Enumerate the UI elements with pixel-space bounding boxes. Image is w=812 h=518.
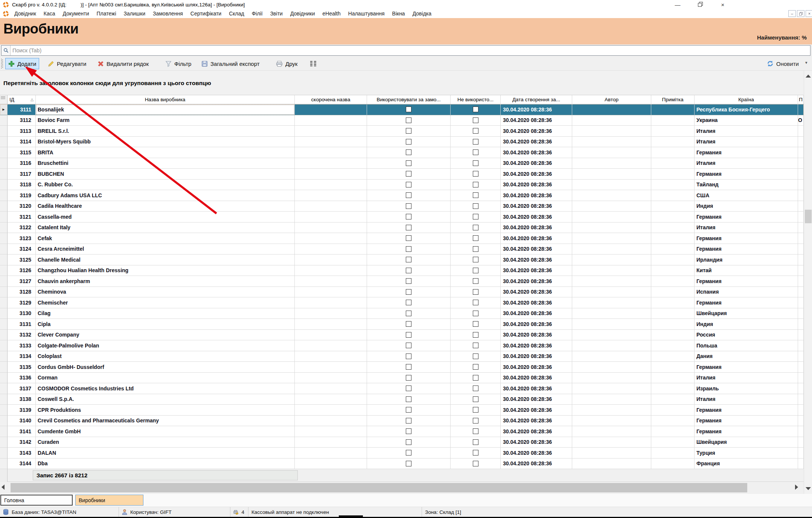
cell-country[interactable]: Франция <box>695 459 798 469</box>
cell-name[interactable]: COSMODOR Cosmetics Industries Ltd <box>36 383 295 394</box>
checkbox-not-used[interactable] <box>473 225 478 230</box>
cell-note[interactable] <box>651 330 695 341</box>
cell-note[interactable] <box>651 233 695 244</box>
cell-id[interactable]: 3141 <box>8 426 36 437</box>
cell-author[interactable] <box>572 373 651 384</box>
cell-author[interactable] <box>572 201 651 212</box>
cell-note[interactable] <box>651 426 695 437</box>
cell-short-name[interactable] <box>295 254 367 265</box>
cell-not-used[interactable] <box>451 362 501 373</box>
cell-short-name[interactable] <box>295 448 367 459</box>
table-row[interactable]: 3123Cefak30.04.2020 08:28:36Германия <box>0 233 804 244</box>
table-row[interactable]: 3141Cumdente GmbH30.04.2020 08:28:36Герм… <box>0 426 804 437</box>
cell-not-used[interactable] <box>451 373 501 384</box>
cell-p[interactable] <box>798 233 804 244</box>
cell-note[interactable] <box>651 383 695 394</box>
checkbox-use-default[interactable] <box>406 321 411 327</box>
cell-note[interactable] <box>651 201 695 212</box>
scroll-left-icon[interactable] <box>2 484 5 490</box>
checkbox-use-default[interactable] <box>406 407 411 413</box>
cell-author[interactable] <box>572 276 651 287</box>
tab-home[interactable]: Головна <box>0 495 73 506</box>
table-row[interactable]: 3128Cheminova30.04.2020 08:28:36Испания <box>0 287 804 298</box>
cell-note[interactable] <box>651 448 695 459</box>
cell-date-created[interactable]: 30.04.2020 08:28:36 <box>501 104 572 115</box>
cell-use-default[interactable] <box>367 158 451 169</box>
cell-not-used[interactable] <box>451 448 501 459</box>
cell-id[interactable]: 3127 <box>8 276 36 287</box>
cell-note[interactable] <box>651 222 695 233</box>
cell-id[interactable]: 3114 <box>8 137 36 148</box>
checkbox-not-used[interactable] <box>473 343 478 348</box>
row-indicator[interactable] <box>0 137 8 148</box>
column-header-use-default[interactable]: Використовувати за замо... <box>367 95 451 104</box>
table-row[interactable]: 3118C. Rubber Co.30.04.2020 08:28:36Тайл… <box>0 180 804 190</box>
cell-note[interactable] <box>651 104 695 115</box>
cell-date-created[interactable]: 30.04.2020 08:28:36 <box>501 201 572 212</box>
scroll-down-icon[interactable] <box>806 487 811 490</box>
cell-name[interactable]: Chauvin ankerpharm <box>36 276 295 287</box>
cell-not-used[interactable] <box>451 265 501 276</box>
cell-use-default[interactable] <box>367 351 451 362</box>
table-row[interactable]: 3119Cadbury Adams USA LLC30.04.2020 08:2… <box>0 190 804 201</box>
cell-not-used[interactable] <box>451 190 501 201</box>
checkbox-not-used[interactable] <box>473 171 478 177</box>
cell-author[interactable] <box>572 115 651 126</box>
menu-item-6[interactable]: Замовлення <box>149 10 187 17</box>
table-row[interactable]: 3138Coswell S.p.A.30.04.2020 08:28:36Ита… <box>0 394 804 405</box>
add-button[interactable]: Додати <box>5 58 39 69</box>
cell-short-name[interactable] <box>295 212 367 222</box>
table-row[interactable]: 3112Bovioc Farm30.04.2020 08:28:36Украин… <box>0 115 804 126</box>
cell-not-used[interactable] <box>451 394 501 405</box>
cell-id[interactable]: 3115 <box>8 147 36 158</box>
cell-short-name[interactable] <box>295 373 367 384</box>
cell-country[interactable]: Польша <box>695 340 798 351</box>
cell-author[interactable] <box>572 265 651 276</box>
cell-id[interactable]: 3112 <box>8 115 36 126</box>
cell-country[interactable]: Испания <box>695 287 798 298</box>
cell-name[interactable]: Cordus GmbH- Dusseldorf <box>36 362 295 373</box>
menu-item-15[interactable]: Довідка <box>409 10 435 17</box>
cell-date-created[interactable]: 30.04.2020 08:28:36 <box>501 287 572 298</box>
checkbox-not-used[interactable] <box>473 192 478 198</box>
cell-name[interactable]: BRELIL S.r.l. <box>36 126 295 137</box>
mdi-minimize-button[interactable]: – <box>788 10 796 17</box>
cell-author[interactable] <box>572 254 651 265</box>
cell-short-name[interactable] <box>295 158 367 169</box>
checkbox-not-used[interactable] <box>473 268 478 273</box>
cell-short-name[interactable] <box>295 287 367 298</box>
cell-author[interactable] <box>572 416 651 427</box>
menu-item-7[interactable]: Сертифікати <box>187 10 225 17</box>
mdi-restore-button[interactable] <box>797 10 804 17</box>
row-indicator[interactable] <box>0 426 8 437</box>
cell-not-used[interactable] <box>451 115 501 126</box>
cell-not-used[interactable] <box>451 222 501 233</box>
row-indicator[interactable] <box>0 254 8 265</box>
cell-p[interactable] <box>798 147 804 158</box>
cell-use-default[interactable] <box>367 362 451 373</box>
checkbox-use-default[interactable] <box>406 214 411 219</box>
cell-id[interactable]: 3113 <box>8 126 36 137</box>
table-row[interactable]: 3117BUBCHEN30.04.2020 08:28:36Германия <box>0 169 804 180</box>
cell-short-name[interactable] <box>295 190 367 201</box>
cell-name[interactable]: Bosnalijek <box>36 104 295 115</box>
checkbox-not-used[interactable] <box>473 117 478 123</box>
cell-author[interactable] <box>572 437 651 448</box>
cell-author[interactable] <box>572 212 651 222</box>
checkbox-not-used[interactable] <box>473 439 478 445</box>
cell-p[interactable] <box>798 459 804 469</box>
cell-author[interactable] <box>572 233 651 244</box>
cell-id[interactable]: 3128 <box>8 287 36 298</box>
column-header-short-name[interactable]: скорочена назва <box>295 95 367 104</box>
checkbox-use-default[interactable] <box>406 257 411 262</box>
cell-date-created[interactable]: 30.04.2020 08:28:36 <box>501 276 572 287</box>
cell-note[interactable] <box>651 319 695 330</box>
checkbox-use-default[interactable] <box>406 332 411 338</box>
cell-id[interactable]: 3131 <box>8 319 36 330</box>
cell-note[interactable] <box>651 115 695 126</box>
cell-name[interactable]: C. Rubber Co. <box>36 180 295 190</box>
cell-country[interactable]: Украина <box>695 115 798 126</box>
cell-use-default[interactable] <box>367 319 451 330</box>
row-indicator[interactable] <box>0 437 8 448</box>
cell-country[interactable]: Германия <box>695 244 798 255</box>
